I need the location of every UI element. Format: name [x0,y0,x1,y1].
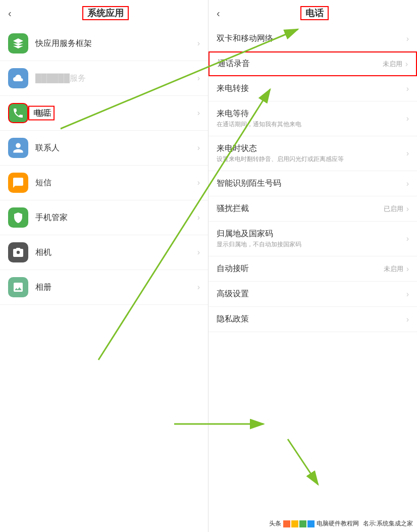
right-back-arrow[interactable]: ‹ [217,8,220,19]
privacy-item[interactable]: 隐私政策 › [209,307,417,332]
chevron-icon: › [197,74,200,83]
location-item[interactable]: 归属地及国家码 显示归属地，不自动加接国家码 › [209,222,417,256]
cloud-item[interactable]: ██████服务 › [0,61,208,96]
camera-text: 相机 [35,247,197,258]
call-waiting-item[interactable]: 来电等待 在通话期间，通知我有其他来电 › [209,101,417,136]
chevron-icon: › [406,149,409,158]
left-panel-title: 系统应用 [12,7,200,19]
quick-app-icon [8,33,28,54]
contacts-icon [8,138,28,158]
watermark: 头条 电脑硬件教程网 名示:系统集成之家 [269,519,413,528]
block-item[interactable]: 骚扰拦截 已启用 › [209,196,417,222]
phone-text: 电话 [35,108,197,119]
camera-icon [8,242,28,262]
chevron-icon: › [406,114,409,123]
privacy-text: 隐私政策 [217,314,406,325]
chevron-icon: › [406,204,409,214]
call-forward-text: 来电转接 [217,83,406,94]
contacts-text: 联系人 [35,143,197,153]
contacts-item[interactable]: 联系人 › [0,131,208,166]
advanced-text: 高级设置 [217,289,406,299]
watermark-logo [283,520,315,527]
chevron-icon: › [405,60,408,69]
dual-sim-item[interactable]: 双卡和移动网络 › [209,26,417,51]
camera-item[interactable]: 相机 › [0,235,208,270]
chevron-icon: › [406,34,409,43]
right-panel-title: 电话 [220,7,409,19]
phone-item[interactable]: 电话 › 电话 [0,96,208,131]
chevron-icon: › [406,84,409,93]
phone-icon [8,103,28,123]
block-text: 骚扰拦截 [217,203,384,214]
sms-text: 短信 [35,178,197,188]
call-record-text: 通话录音 [218,59,383,69]
cloud-text: ██████服务 [35,73,197,84]
quick-app-item[interactable]: 快应用服务框架 › [0,26,208,61]
right-panel-header: ‹ 电话 [209,0,417,26]
smart-identify-item[interactable]: 智能识别陌生号码 › [209,171,417,196]
incoming-status-item[interactable]: 来电时状态 设置来电时翻转静音、启用闪光灯或距离感应等 › [209,136,417,171]
dual-sim-text: 双卡和移动网络 [217,33,406,44]
quick-app-text: 快应用服务框架 [35,38,197,49]
left-back-arrow[interactable]: ‹ [8,8,12,19]
call-waiting-text: 来电等待 在通话期间，通知我有其他来电 [217,109,406,129]
call-forward-item[interactable]: 来电转接 › [209,76,417,101]
auto-answer-text: 自动接听 [217,263,384,274]
gallery-text: 相册 [35,282,197,293]
cloud-icon [8,68,28,88]
sms-icon [8,173,28,193]
call-record-item[interactable]: 通话录音 未启用 › [209,51,417,76]
chevron-icon: › [197,39,200,48]
chevron-icon: › [197,213,200,222]
chevron-icon: › [197,109,200,118]
location-text: 归属地及国家码 显示归属地，不自动加接国家码 [217,229,406,249]
incoming-status-text: 来电时状态 设置来电时翻转静音、启用闪光灯或距离感应等 [217,143,406,164]
sms-item[interactable]: 短信 › [0,166,208,200]
gallery-icon [8,277,28,297]
chevron-icon: › [406,315,409,324]
security-text: 手机管家 [35,212,197,223]
chevron-icon: › [197,283,200,292]
chevron-icon: › [406,179,409,188]
auto-answer-item[interactable]: 自动接听 未启用 › [209,256,417,282]
left-panel-header: ‹ 系统应用 [0,0,208,26]
chevron-icon: › [197,248,200,257]
gallery-item[interactable]: 相册 › [0,270,208,305]
advanced-item[interactable]: 高级设置 › [209,282,417,307]
security-icon [8,207,28,228]
chevron-icon: › [197,143,200,152]
chevron-icon: › [406,290,409,299]
security-item[interactable]: 手机管家 › [0,200,208,235]
chevron-icon: › [406,234,409,243]
smart-identify-text: 智能识别陌生号码 [217,178,406,189]
chevron-icon: › [406,264,409,274]
chevron-icon: › [197,178,200,187]
